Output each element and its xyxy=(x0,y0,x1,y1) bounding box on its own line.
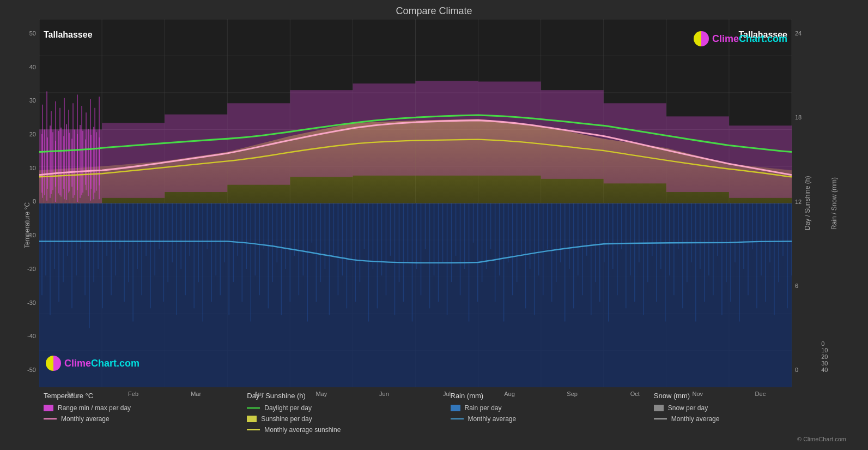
legend-item-temp-range: Range min / max per day xyxy=(44,404,247,412)
svg-rect-234 xyxy=(165,115,227,192)
svg-rect-243 xyxy=(729,125,792,198)
legend-item-sunshine-avg: Monthly average sunshine xyxy=(247,426,450,434)
city-label-left: Tallahassee xyxy=(44,30,93,40)
page-title: Compare Climate xyxy=(11,5,857,17)
legend-line-rain-avg xyxy=(451,418,464,419)
svg-rect-26 xyxy=(39,203,792,388)
legend-col-rain: Rain (mm) Rain per day Monthly average xyxy=(451,392,654,434)
chart-area: Tallahassee Tallahassee ClimeChart.com C… xyxy=(39,19,792,387)
logo-top-right: ClimeChart.com xyxy=(694,31,787,46)
legend-item-snow-day: Snow per day xyxy=(654,404,857,412)
legend-item-daylight: Daylight per day xyxy=(247,404,450,412)
legend-swatch-snow xyxy=(654,405,664,411)
y-axis-right-sunshine: 24 18 12 6 0 xyxy=(792,19,802,387)
copyright: © ClimeChart.com xyxy=(11,436,857,445)
svg-rect-238 xyxy=(416,81,478,176)
logo-bottom-left: ClimeChart.com xyxy=(46,356,139,371)
logo-icon-top xyxy=(694,31,709,46)
legend-line-daylight xyxy=(247,407,260,409)
y-axis-right-rain: 0 10 20 30 40 xyxy=(818,19,828,387)
right-axes: 24 18 12 6 0 Day / Sunshine (h) 0 10 20 … xyxy=(792,19,857,387)
svg-rect-242 xyxy=(666,116,729,192)
rain-axis-label: Rain / Snow (mm) xyxy=(828,19,840,387)
legend-item-snow-avg: Monthly average xyxy=(654,415,857,423)
legend-col-temperature: Temperature °C Range min / max per day M… xyxy=(44,392,247,434)
legend-line-sunshine-avg xyxy=(247,429,260,430)
sunshine-axis-label: Day / Sunshine (h) xyxy=(802,19,814,387)
chart-svg xyxy=(39,19,792,387)
legend-swatch-sunshine xyxy=(247,416,257,422)
legend-col-sunshine: Day / Sunshine (h) Daylight per day Suns… xyxy=(247,392,450,434)
svg-rect-233 xyxy=(102,123,165,197)
legend-item-sunshine-day: Sunshine per day xyxy=(247,415,450,423)
legend-item-temp-avg: Monthly average xyxy=(44,415,247,423)
legend-item-rain-avg: Monthly average xyxy=(451,415,654,423)
logo-icon-bottom xyxy=(46,356,61,371)
svg-rect-239 xyxy=(478,82,541,176)
legend-line-temp-avg xyxy=(44,418,57,419)
svg-rect-232 xyxy=(39,130,102,203)
svg-rect-237 xyxy=(353,83,415,176)
legend-swatch-temp-range xyxy=(44,405,53,411)
svg-rect-235 xyxy=(227,103,290,184)
temp-axis-label: Temperature °C xyxy=(23,202,31,248)
legend-swatch-rain xyxy=(451,405,460,411)
legend-line-snow-avg xyxy=(654,418,667,419)
legend-col-snow: Snow (mm) Snow per day Monthly average xyxy=(654,392,857,434)
legend-item-rain-day: Rain per day xyxy=(451,404,654,412)
